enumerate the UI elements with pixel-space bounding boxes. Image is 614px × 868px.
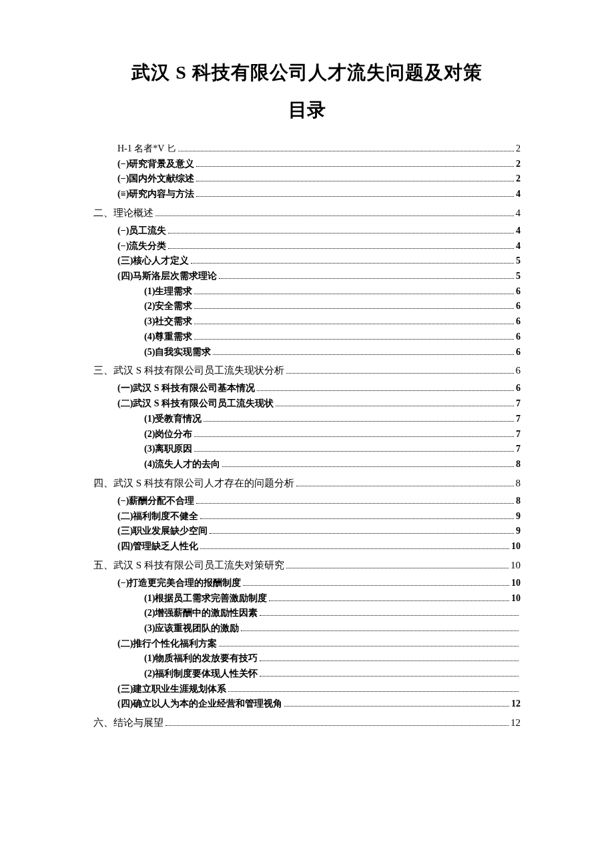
toc-entry-label: (1)受教育情况 [144, 412, 202, 426]
toc-entry: (2)岗位分布7 [144, 427, 521, 442]
toc-entry: 二、理论概述4 [93, 205, 521, 221]
toc-entry: (2)福利制度要体现人性关怀 [144, 667, 521, 681]
toc-leader-dots [257, 384, 514, 392]
toc-leader-dots [260, 654, 519, 661]
toc-entry-page: 10 [511, 576, 521, 590]
toc-entry-label: (4)尊重需求 [144, 330, 192, 344]
table-of-contents: H-1 名者*V 匕2(−)研究背景及意义2(−)国内外文献综述2(≡)研究内容… [93, 141, 521, 731]
toc-entry: H-1 名者*V 匕2 [117, 141, 521, 156]
toc-entry-label: 三、武汉 S 科技有限公司员工流失现状分析 [93, 363, 284, 378]
toc-entry-page: 4 [516, 224, 521, 238]
toc-leader-dots [191, 257, 514, 264]
toc-entry-label: 五、武汉 S 科技有限公司员工流失对策研究 [93, 558, 284, 573]
toc-entry-label: (二)福利制度不健全 [117, 509, 198, 524]
toc-leader-dots [200, 512, 514, 519]
toc-entry-label: (1)根据员工需求完善激励制度 [144, 591, 267, 606]
toc-entry: (3)社交需求6 [144, 314, 521, 329]
toc-entry-page: 6 [516, 381, 521, 396]
toc-entry-label: (2)增强薪酬中的激励性因素 [144, 606, 258, 620]
toc-entry-label: (四)确立以人为本的企业经营和管理视角 [117, 697, 282, 711]
toc-entry-label: H-1 名者*V 匕 [117, 141, 176, 156]
toc-entry-page: 2 [516, 157, 521, 171]
toc-entry: (4)尊重需求6 [144, 330, 521, 344]
toc-leader-dots [156, 208, 514, 216]
toc-entry-page: 6 [516, 330, 521, 344]
toc-entry-page: 7 [516, 412, 521, 426]
toc-leader-dots [243, 578, 509, 586]
toc-leader-dots [260, 669, 519, 677]
toc-entry-page: 6 [516, 345, 521, 360]
toc-entry: 四、武汉 S 科技有限公司人才存在的问题分析8 [93, 476, 521, 491]
toc-leader-dots [196, 496, 514, 504]
toc-entry: (四)管理缺乏人性化10 [117, 539, 521, 554]
toc-entry: (二)武汉 S 科技有限公司员工流失现状7 [117, 396, 521, 411]
toc-entry-label: 四、武汉 S 科技有限公司人才存在的问题分析 [93, 476, 294, 491]
toc-entry-page: 8 [516, 457, 521, 472]
toc-entry-label: (一)武汉 S 科技有限公司基本情况 [117, 381, 255, 396]
toc-entry: 五、武汉 S 科技有限公司员工流失对策研究10 [93, 558, 521, 573]
toc-entry-label: (1)生理需求 [144, 284, 192, 299]
toc-entry-label: (2)岗位分布 [144, 427, 192, 442]
toc-entry-label: (−)打造更完美合理的报酬制度 [117, 576, 241, 590]
toc-entry: (三)建立职业生涯规划体系 [117, 682, 521, 697]
toc-entry-page: 9 [516, 524, 521, 538]
toc-entry-label: (四)管理缺乏人性化 [117, 539, 198, 554]
toc-entry-label: (3)社交需求 [144, 314, 192, 329]
toc-leader-dots [276, 399, 514, 406]
toc-entry: (2)安全需求6 [144, 299, 521, 314]
toc-entry-label: (2)安全需求 [144, 299, 192, 314]
toc-entry-label: (−)员工流失 [117, 224, 166, 238]
toc-entry-page: 7 [516, 442, 521, 456]
toc-leader-dots [194, 287, 514, 294]
toc-leader-dots [196, 189, 514, 197]
toc-entry: (1)物质福利的发放要有技巧 [144, 651, 521, 666]
toc-leader-dots [178, 144, 514, 151]
toc-entry: (≡)研究内容与方法4 [117, 187, 521, 201]
toc-leader-dots [296, 478, 514, 486]
toc-entry: (−)研究背景及意义2 [117, 157, 521, 171]
toc-entry-page: 6 [516, 363, 521, 378]
toc-entry-label: (三)建立职业生涯规划体系 [117, 682, 226, 697]
toc-entry-label: (2)福利制度要体现人性关怀 [144, 667, 258, 681]
toc-leader-dots [222, 460, 514, 467]
toc-entry-page: 7 [516, 396, 521, 411]
toc-entry: 三、武汉 S 科技有限公司员工流失现状分析6 [93, 363, 521, 378]
toc-leader-dots [210, 526, 514, 534]
toc-entry-page: 5 [516, 269, 521, 284]
toc-entry-page: 10 [511, 591, 521, 606]
toc-entry-page: 6 [516, 314, 521, 329]
toc-entry-label: (−)研究背景及意义 [117, 157, 194, 171]
toc-entry-label: (5)自我实现需求 [144, 345, 211, 360]
toc-entry-page: 2 [516, 141, 521, 156]
toc-leader-dots [194, 317, 514, 324]
toc-entry-label: (四)马斯洛层次需求理论 [117, 269, 217, 284]
toc-entry-page: 6 [516, 299, 521, 314]
toc-leader-dots [194, 332, 514, 340]
toc-leader-dots [204, 414, 514, 422]
toc-leader-dots [168, 242, 514, 249]
toc-leader-dots [194, 430, 514, 437]
toc-leader-dots [196, 175, 514, 182]
toc-entry-page: 8 [516, 494, 521, 508]
toc-entry-page: 5 [516, 254, 521, 268]
toc-entry-page: 6 [516, 284, 521, 299]
toc-entry-page: 4 [516, 239, 521, 254]
toc-leader-dots [168, 226, 514, 234]
toc-entry-label: (3)离职原因 [144, 442, 192, 456]
toc-leader-dots [219, 272, 514, 279]
toc-entry-label: (1)物质福利的发放要有技巧 [144, 651, 258, 666]
toc-entry: (1)受教育情况7 [144, 412, 521, 426]
toc-entry: (四)马斯洛层次需求理论5 [117, 269, 521, 284]
toc-entry-page: 4 [516, 205, 521, 221]
toc-leader-dots [200, 542, 509, 549]
toc-entry-label: (4)流失人才的去向 [144, 457, 220, 472]
toc-leader-dots [260, 608, 519, 616]
toc-leader-dots [213, 348, 514, 355]
toc-entry: (一)武汉 S 科技有限公司基本情况6 [117, 381, 521, 396]
toc-entry-page: 4 [516, 187, 521, 201]
toc-leader-dots [194, 302, 514, 310]
toc-entry: (−)国内外文献综述2 [117, 171, 521, 186]
toc-entry: (3)应该重视团队的激励 [144, 621, 521, 636]
toc-entry-page: 7 [516, 427, 521, 442]
toc-entry: (−)员工流失4 [117, 224, 521, 238]
